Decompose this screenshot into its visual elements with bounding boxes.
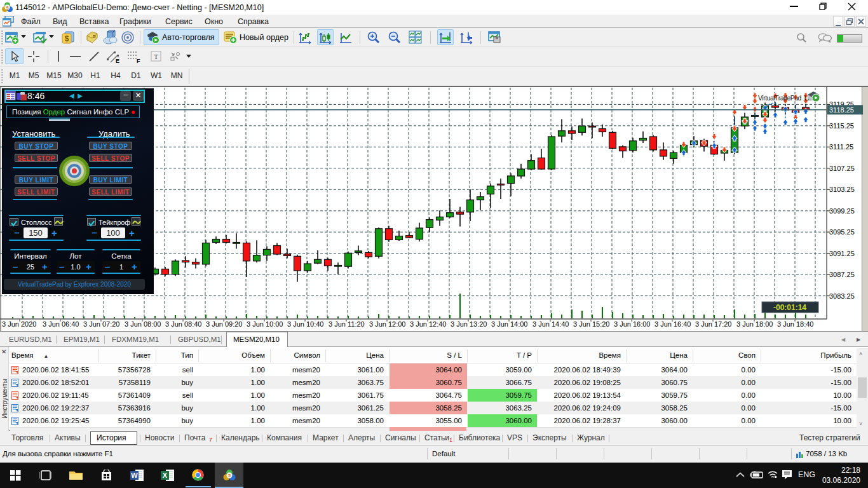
svg-text:5: 5 [6, 6, 9, 10]
svg-text:3118.25: 3118.25 [829, 106, 854, 114]
svg-text:$: $ [65, 34, 69, 43]
svg-text:3 Jun 08:00: 3 Jun 08:00 [125, 320, 161, 328]
svg-text:3 Jun 14:40: 3 Jun 14:40 [532, 320, 569, 328]
svg-text:3107.25: 3107.25 [829, 165, 855, 172]
svg-text:3 Jun 17:20: 3 Jun 17:20 [695, 320, 732, 328]
svg-text:VirtualTradePad Lite: VirtualTradePad Lite [758, 95, 814, 102]
svg-text:3 Jun 09:20: 3 Jun 09:20 [206, 320, 243, 328]
svg-text:E: E [116, 58, 119, 64]
svg-text:3087.25: 3087.25 [829, 271, 855, 278]
svg-text:3083.25: 3083.25 [829, 292, 855, 300]
svg-text:3 Jun 16:40: 3 Jun 16:40 [654, 320, 691, 328]
svg-text:T: T [154, 53, 158, 60]
svg-text:F: F [137, 58, 140, 64]
svg-text:3 Jun 06:40: 3 Jun 06:40 [43, 320, 79, 328]
svg-text:3 Jun 10:00: 3 Jun 10:00 [247, 320, 283, 328]
svg-text:3091.25: 3091.25 [829, 250, 855, 257]
svg-text:3 Jun 14:00: 3 Jun 14:00 [491, 320, 528, 328]
svg-text:3115.25: 3115.25 [829, 122, 854, 130]
svg-text:-00:01:14: -00:01:14 [773, 303, 806, 312]
svg-text:3 Jun 13:20: 3 Jun 13:20 [451, 320, 487, 328]
svg-text:5: 5 [228, 473, 231, 478]
svg-text:3 Jun 10:40: 3 Jun 10:40 [287, 320, 324, 328]
svg-text:3103.25: 3103.25 [829, 186, 855, 193]
svg-text:3099.25: 3099.25 [829, 207, 855, 215]
svg-text:3 Jun 12:00: 3 Jun 12:00 [369, 320, 406, 328]
svg-text:3 Jun 08:40: 3 Jun 08:40 [165, 320, 202, 328]
svg-text:3 Jun 12:40: 3 Jun 12:40 [410, 320, 447, 328]
svg-text:3 Jun 07:20: 3 Jun 07:20 [83, 320, 120, 328]
svg-text:5: 5 [93, 34, 96, 39]
svg-text:3111.25: 3111.25 [829, 143, 853, 151]
svg-text:X: X [163, 471, 168, 479]
svg-text:3 Jun 2020: 3 Jun 2020 [2, 320, 36, 328]
svg-text:3 Jun 16:00: 3 Jun 16:00 [614, 320, 651, 328]
svg-text:3 Jun 18:00: 3 Jun 18:00 [736, 320, 773, 328]
svg-text:W: W [131, 471, 138, 479]
svg-text:3 Jun 18:40: 3 Jun 18:40 [777, 320, 814, 328]
svg-text:3 Jun 15:20: 3 Jun 15:20 [573, 320, 610, 328]
svg-text:3095.25: 3095.25 [829, 228, 855, 236]
